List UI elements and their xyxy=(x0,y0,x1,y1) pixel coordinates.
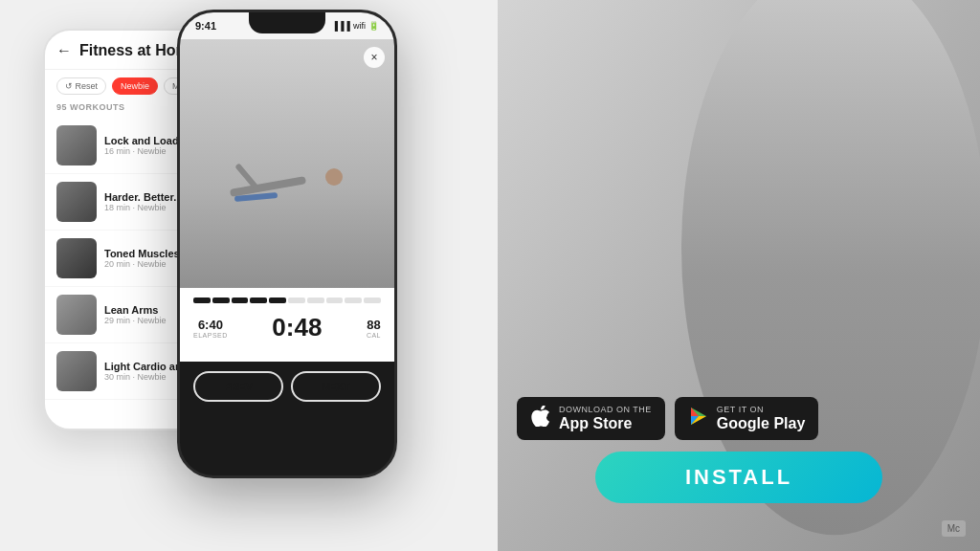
progress-bar xyxy=(193,298,381,303)
app-store-text: Download on the App Store xyxy=(559,405,652,432)
next-button[interactable]: NEXT xyxy=(291,371,381,402)
elapsed-label: ELAPSED xyxy=(193,332,228,339)
elapsed-stat: 6:40 ELAPSED xyxy=(193,318,228,339)
app-store-main: App Store xyxy=(559,414,652,432)
right-panel: Download on the App Store GET IT ON Go xyxy=(498,0,980,551)
prev-button[interactable]: PREV xyxy=(193,371,283,402)
phone-front: 9:41 ▐▐▐ wifi 🔋 × xyxy=(177,10,397,478)
app-store-sub: Download on the xyxy=(559,405,652,414)
athlete-figure xyxy=(220,135,354,250)
newbie-filter-btn[interactable]: Newbie xyxy=(112,77,158,95)
progress-seg-1 xyxy=(193,298,211,303)
progress-seg-8 xyxy=(326,298,344,303)
google-play-sub: GET IT ON xyxy=(717,405,805,414)
back-arrow-icon[interactable]: ← xyxy=(56,42,72,59)
progress-seg-6 xyxy=(288,298,305,303)
close-button[interactable]: × xyxy=(364,47,385,68)
reset-filter-btn[interactable]: ↺ Reset xyxy=(56,77,106,95)
cal-stat: 88 CAL xyxy=(367,318,381,339)
workout-thumbnail xyxy=(56,238,97,278)
stats-row: 6:40 ELAPSED 0:48 88 CAL xyxy=(193,313,381,342)
google-play-main: Google Play xyxy=(717,414,805,432)
google-play-text: GET IT ON Google Play xyxy=(717,405,805,432)
progress-seg-2 xyxy=(212,298,230,303)
cal-value: 88 xyxy=(367,318,381,332)
workout-thumbnail xyxy=(56,295,97,335)
timer-display: 0:48 xyxy=(272,313,322,342)
figure-head xyxy=(325,168,343,186)
workout-thumbnail xyxy=(56,125,97,165)
progress-seg-9 xyxy=(345,298,362,303)
status-time: 9:41 xyxy=(195,20,216,32)
workout-thumbnail xyxy=(56,182,97,222)
progress-seg-10 xyxy=(364,298,381,303)
workout-stats: 6:40 ELAPSED 0:48 88 CAL xyxy=(180,288,394,362)
apple-icon xyxy=(530,406,551,430)
workout-thumbnail xyxy=(56,351,97,391)
google-play-button[interactable]: GET IT ON Google Play xyxy=(675,397,818,440)
elapsed-value: 6:40 xyxy=(193,318,228,332)
left-panel: ← Fitness at Home ↺ Reset Newbie Med 95 … xyxy=(0,0,498,551)
nav-buttons: PREV NEXT xyxy=(180,362,394,402)
progress-seg-5 xyxy=(269,298,286,303)
store-buttons: Download on the App Store GET IT ON Go xyxy=(517,397,818,440)
google-play-icon xyxy=(688,406,709,430)
workout-video: × xyxy=(180,39,394,288)
app-store-button[interactable]: Download on the App Store xyxy=(517,397,665,440)
cal-label: CAL xyxy=(367,332,381,339)
phone-notch xyxy=(249,12,325,33)
progress-seg-3 xyxy=(232,298,249,303)
progress-seg-7 xyxy=(307,298,324,303)
status-icons: ▐▐▐ wifi 🔋 xyxy=(332,21,379,31)
right-content: Download on the App Store GET IT ON Go xyxy=(517,397,961,503)
mc-badge: Mc xyxy=(942,520,966,537)
install-button[interactable]: INSTALL xyxy=(595,452,882,503)
progress-seg-4 xyxy=(250,298,267,303)
